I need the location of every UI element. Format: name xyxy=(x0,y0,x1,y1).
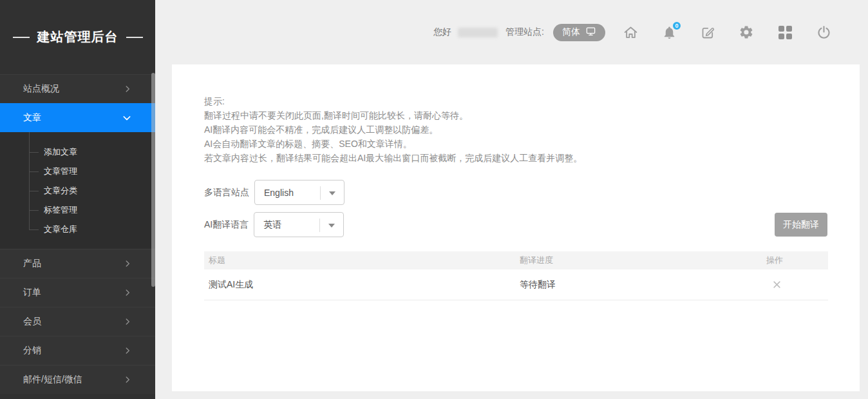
sidebar-subitem-article-warehouse[interactable]: 文章仓库 xyxy=(0,220,155,239)
header-icon-row: 0 xyxy=(622,24,832,41)
sidebar-item-distribution[interactable]: 分销 xyxy=(0,336,155,365)
chevron-right-icon xyxy=(123,317,132,326)
sidebar-subitem-article-management[interactable]: 文章管理 xyxy=(0,162,155,181)
chevron-down-icon xyxy=(122,113,132,123)
subitem-label: 文章仓库 xyxy=(44,224,77,234)
notification-badge: 0 xyxy=(672,21,682,31)
selected-site-value: English xyxy=(264,188,294,198)
selected-ai-language-value: 英语 xyxy=(263,219,281,231)
column-title: 标题 xyxy=(204,255,520,266)
chevron-right-icon xyxy=(123,259,132,268)
sidebar-item-label: 产品 xyxy=(23,258,41,269)
manage-site-label: 管理站点: xyxy=(505,26,544,38)
subitem-label: 文章分类 xyxy=(44,186,77,195)
app-title: 建站管理后台 xyxy=(0,0,155,74)
sidebar-item-label: 文章 xyxy=(23,112,41,124)
sidebar-item-products[interactable]: 产品 xyxy=(0,249,155,278)
bell-icon[interactable]: 0 xyxy=(661,24,677,41)
row-progress: 等待翻译 xyxy=(520,279,766,291)
caret-down-icon xyxy=(329,191,335,195)
edit-icon[interactable] xyxy=(699,24,716,41)
multilingual-site-select[interactable]: English xyxy=(254,180,344,205)
chevron-right-icon xyxy=(123,375,132,384)
subitem-label: 文章管理 xyxy=(44,166,77,176)
sidebar-subitem-tag-management[interactable]: 标签管理 xyxy=(0,200,155,220)
tips-line: AI会自动翻译文章的标题、摘要、SEO和文章详情。 xyxy=(204,137,582,151)
chevron-right-icon xyxy=(123,346,132,355)
sidebar-item-articles[interactable]: 文章 xyxy=(0,103,155,132)
sidebar-subitem-article-category[interactable]: 文章分类 xyxy=(0,181,155,200)
sidebar-item-label: 订单 xyxy=(23,287,41,298)
articles-submenu: 添加文章 文章管理 文章分类 标签管理 文章仓库 xyxy=(0,132,155,249)
select-divider xyxy=(319,219,320,232)
greeting-text: 您好 xyxy=(433,26,451,38)
sidebar-item-site-overview[interactable]: 站点概况 xyxy=(0,74,155,103)
gear-icon[interactable] xyxy=(738,24,755,41)
home-icon[interactable] xyxy=(622,24,639,41)
sidebar-scrollbar-thumb[interactable] xyxy=(151,73,155,287)
select-divider xyxy=(320,186,321,200)
sidebar-item-orders[interactable]: 订单 xyxy=(0,278,155,307)
title-dash-right xyxy=(126,37,143,38)
ai-language-row: AI翻译语言 英语 xyxy=(204,212,344,237)
start-translation-button[interactable]: 开始翻译 xyxy=(775,213,827,237)
multilingual-site-label: 多语言站点 xyxy=(204,187,249,199)
monitor-icon xyxy=(585,26,596,38)
sidebar-item-label: 分销 xyxy=(23,345,41,356)
table-header: 标题 翻译进度 操作 xyxy=(204,251,828,269)
sidebar-item-label: 站点概况 xyxy=(23,83,59,95)
site-language-label: 简体 xyxy=(562,26,580,38)
close-icon[interactable] xyxy=(772,280,782,289)
tips-line: 若文章内容过长，翻译结果可能会超出AI最大输出窗口而被截断，完成后建议人工查看并… xyxy=(204,151,582,165)
chevron-right-icon xyxy=(123,288,132,297)
site-language-pill[interactable]: 简体 xyxy=(553,24,605,41)
column-operation: 操作 xyxy=(766,255,828,266)
sidebar-item-mail-sms-wechat[interactable]: 邮件/短信/微信 xyxy=(0,365,155,394)
apps-grid-icon[interactable] xyxy=(777,24,793,41)
username-redacted xyxy=(458,28,498,37)
sidebar-item-label: 邮件/短信/微信 xyxy=(23,374,82,385)
tips-line: 翻译过程中请不要关闭此页面,翻译时间可能比较长，请耐心等待。 xyxy=(204,108,582,122)
tips-line: AI翻译内容可能会不精准，完成后建议人工调整以防偏差。 xyxy=(204,122,582,137)
multilingual-site-row: 多语言站点 English xyxy=(204,180,344,205)
translation-table: 标题 翻译进度 操作 测试AI生成 等待翻译 xyxy=(204,251,828,300)
table-row: 测试AI生成 等待翻译 xyxy=(204,269,828,300)
row-title: 测试AI生成 xyxy=(204,279,520,291)
column-progress: 翻译进度 xyxy=(520,255,766,266)
subitem-label: 标签管理 xyxy=(44,205,77,215)
chevron-right-icon xyxy=(123,84,132,93)
power-icon[interactable] xyxy=(815,24,832,41)
sidebar-nav: 站点概况 文章 添加文章 文章管理 文章分类 标签管理 xyxy=(0,74,155,394)
content-card: 提示: 翻译过程中请不要关闭此页面,翻译时间可能比较长，请耐心等待。 AI翻译内… xyxy=(172,64,860,391)
ai-language-select[interactable]: 英语 xyxy=(254,212,344,237)
title-dash-left xyxy=(13,37,30,38)
sidebar-subitem-add-article[interactable]: 添加文章 xyxy=(0,142,155,162)
sidebar-item-members[interactable]: 会员 xyxy=(0,307,155,336)
sidebar: 建站管理后台 站点概况 文章 添加文章 文章管理 文章分类 xyxy=(0,0,155,399)
sidebar-item-label: 会员 xyxy=(23,316,41,327)
caret-down-icon xyxy=(328,224,335,228)
subitem-label: 添加文章 xyxy=(44,147,77,157)
tips-line: 提示: xyxy=(204,94,582,108)
top-header: 您好 管理站点: 简体 0 xyxy=(155,0,868,64)
app-title-text: 建站管理后台 xyxy=(37,28,118,46)
translation-tips: 提示: 翻译过程中请不要关闭此页面,翻译时间可能比较长，请耐心等待。 AI翻译内… xyxy=(204,94,582,165)
ai-language-label: AI翻译语言 xyxy=(204,219,249,231)
